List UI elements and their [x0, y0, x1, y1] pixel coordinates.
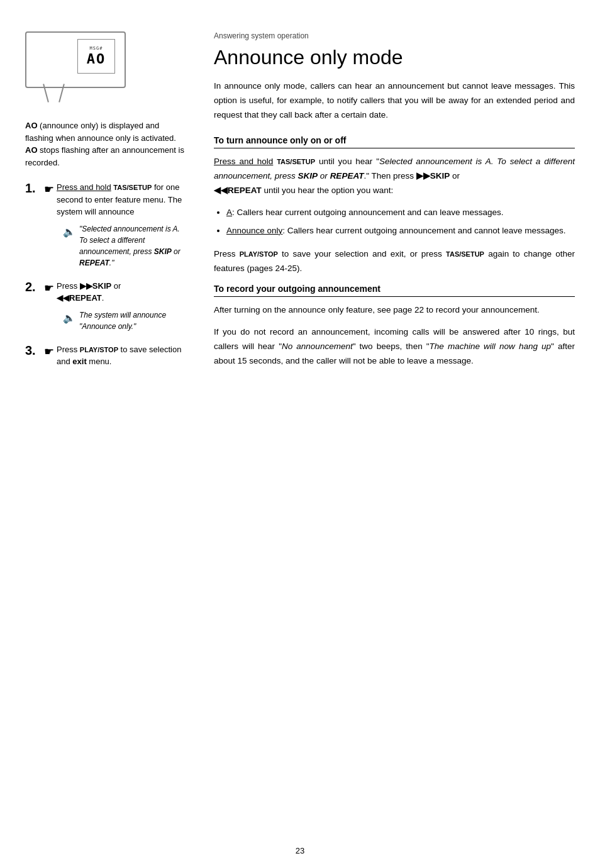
bullet-1-label: A — [226, 208, 232, 217]
step-2: 2. ☛ Press ▶▶SKIP or ◀◀REPEAT. 🔈 The sys… — [25, 280, 189, 332]
ao-description: AO (announce only) is displayed and flas… — [25, 120, 189, 169]
step-2-skip: ▶▶SKIP — [80, 281, 111, 291]
ao-bold-1: AO — [25, 121, 38, 130]
step-2-or: or — [111, 281, 121, 291]
s2-italic-2: The machine will now hang up — [430, 342, 552, 351]
right-column: Answering system operation Announce only… — [201, 19, 600, 849]
step-2-repeat: ◀◀REPEAT — [57, 293, 102, 303]
ao-text-2: stops flashing after an announcement is … — [25, 145, 184, 167]
step-1-sub-note-text: "Selected announcement is A. To select a… — [79, 223, 189, 269]
step-1-content: Press and hold TAS/SETUP for one second … — [57, 181, 189, 269]
step-1-finger-icon: ☛ — [44, 182, 54, 196]
s1-play-stop: PLAY/STOP — [240, 250, 278, 258]
step-3-content: Press PLAY/STOP to save selection and ex… — [57, 343, 189, 368]
step-3: 3. ☛ Press PLAY/STOP to save selection a… — [25, 343, 189, 368]
section-1-text-2: Press PLAY/STOP to save your selection a… — [214, 247, 575, 276]
section-2-text-1: After turning on the announce only featu… — [214, 303, 575, 318]
s1-or: or — [450, 171, 460, 181]
speaker-icon-2: 🔈 — [63, 311, 75, 332]
step-1-number: 1. — [25, 181, 44, 196]
step-1: 1. ☛ Press and hold TAS/SETUP for one se… — [25, 181, 189, 269]
s1-text2: ." Then press — [364, 171, 416, 181]
step-2-number: 2. — [25, 280, 44, 294]
s1-tas-setup: TAS/SETUP — [446, 250, 484, 258]
page-title: Announce only mode — [214, 45, 575, 69]
section-1-text-1: Press and hold TAS/SETUP until you hear … — [214, 155, 575, 198]
section-2-heading: To record your outgoing announcement — [214, 284, 575, 297]
intro-text: In announce only mode, callers can hear … — [214, 79, 575, 123]
s1-key3: ◀◀REPEAT — [214, 186, 262, 195]
s1-text1: until you hear " — [319, 157, 379, 166]
step-2-finger-icon: ☛ — [44, 281, 54, 295]
s1-key1: TAS/SETUP — [277, 157, 315, 166]
bullet-2-label: Announce only — [226, 226, 282, 235]
breadcrumb: Answering system operation — [214, 31, 575, 40]
device-illustration: MSG# AO — [25, 31, 126, 88]
device-antenna-left — [43, 84, 49, 102]
device-screen-msg: MSG# — [90, 46, 103, 51]
speaker-icon-1: 🔈 — [63, 225, 75, 269]
step-2-sub-note: 🔈 The system will announce "Announce onl… — [63, 309, 189, 332]
section-2-text-2: If you do not record an announcement, in… — [214, 325, 575, 369]
step-3-press: Press — [57, 345, 80, 354]
step-3-number: 3. — [25, 343, 44, 358]
s1-key2: ▶▶SKIP — [416, 171, 450, 181]
device-antenna-right — [58, 84, 65, 102]
bullet-2: Announce only: Callers hear current outg… — [226, 224, 575, 238]
s1-tail: until you hear the option you want: — [262, 186, 393, 195]
step-3-finger-icon: ☛ — [44, 345, 54, 359]
step-1-sub-note: 🔈 "Selected announcement is A. To select… — [63, 223, 189, 269]
step-2-content: Press ▶▶SKIP or ◀◀REPEAT. 🔈 The system w… — [57, 280, 189, 332]
step-2-press: Press — [57, 281, 80, 291]
press-hold-underline: Press and hold — [214, 157, 273, 166]
page: MSG# AO AO (announce only) is displayed … — [0, 0, 600, 868]
device-screen: MSG# AO — [77, 39, 115, 74]
bullet-list: A: Callers hear current outgoing announc… — [226, 206, 575, 238]
step-1-key: TAS/SETUP — [113, 182, 152, 192]
s2-italic-1: No announcement — [282, 342, 353, 351]
ao-bold-2: AO — [25, 145, 38, 155]
device-screen-ao: AO — [87, 51, 106, 67]
ao-text-1: (announce only) is displayed and flashin… — [25, 121, 176, 143]
page-number: 23 — [296, 846, 304, 855]
bullet-1: A: Callers hear current outgoing announc… — [226, 206, 575, 220]
step-3-key: PLAY/STOP — [80, 345, 118, 354]
step-2-sub-note-text: The system will announce "Announce only.… — [79, 309, 189, 332]
step-1-press-hold: Press and hold — [57, 182, 111, 192]
left-column: MSG# AO AO (announce only) is displayed … — [0, 19, 201, 849]
steps-list: 1. ☛ Press and hold TAS/SETUP for one se… — [25, 181, 189, 368]
section-1-heading: To turn announce only on or off — [214, 135, 575, 148]
